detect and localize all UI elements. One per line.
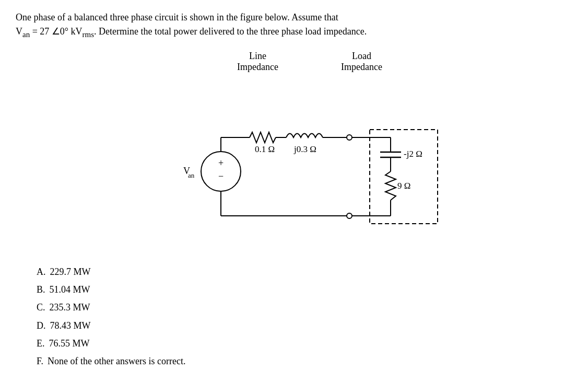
answers-list: A. 229.7 MW B. 51.04 MW C. 235.3 MW D. 7… [37,263,572,370]
answer-d: D. 78.43 MW [37,317,572,334]
load-impedance-label: LoadImpedance [341,51,382,73]
answer-e-letter: E. [37,334,45,352]
answer-f-value: None of the other answers is correct. [48,352,185,370]
answer-d-value: 78.43 MW [50,317,91,334]
svg-point-9 [347,135,352,140]
answer-f: F. None of the other answers is correct. [37,352,572,370]
svg-text:an: an [188,171,195,179]
answer-a-letter: A. [37,263,46,281]
answer-e-value: 76.55 MW [49,334,90,352]
question-container: One phase of a balanced three phase circ… [16,10,572,370]
answer-c-letter: C. [37,298,45,316]
answer-a-value: 229.7 MW [50,263,91,281]
circuit-container: LineImpedance LoadImpedance + − V an [47,51,572,247]
answer-b: B. 51.04 MW [37,281,572,298]
svg-text:9 Ω: 9 Ω [397,181,410,191]
svg-text:0.1 Ω: 0.1 Ω [255,144,275,154]
impedance-labels: LineImpedance LoadImpedance [237,51,382,73]
answer-b-letter: B. [37,281,45,298]
line-impedance-label: LineImpedance [237,51,278,73]
answer-d-letter: D. [37,317,46,334]
answer-c: C. 235.3 MW [37,298,572,316]
svg-text:-j2 Ω: -j2 Ω [404,149,422,159]
svg-point-15 [347,213,352,218]
svg-rect-17 [370,130,438,224]
svg-text:−: − [218,171,224,181]
svg-text:j0.3 Ω: j0.3 Ω [293,144,316,154]
answer-a: A. 229.7 MW [37,263,572,281]
circuit-diagram: + − V an 0.1 Ω j0.3 Ω [174,75,445,247]
van-label: Van = 27 ∠0° kVrms. Determine the total … [16,26,367,37]
answer-c-value: 235.3 MW [50,298,90,316]
line1: One phase of a balanced three phase circ… [16,12,338,22]
answer-b-value: 51.04 MW [50,281,90,298]
svg-text:+: + [218,158,224,168]
answer-e: E. 76.55 MW [37,334,572,352]
question-text: One phase of a balanced three phase circ… [16,10,572,40]
answer-f-letter: F. [37,352,43,370]
